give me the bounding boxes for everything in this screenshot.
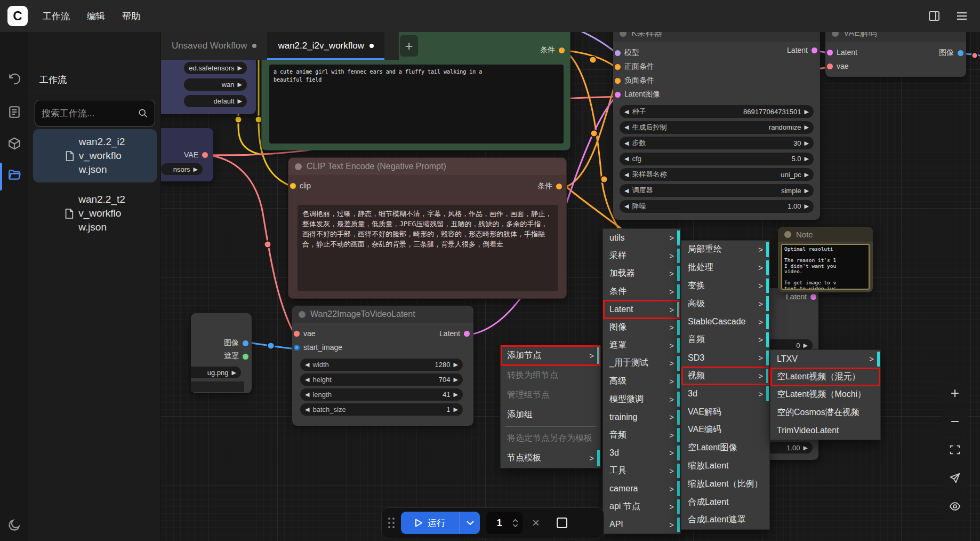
workflow-file-item[interactable]: wan2.2_t2v_workflow.json [33, 187, 157, 240]
latent-submenu-item[interactable]: 高级> [681, 295, 769, 313]
collapse-dot-icon[interactable] [295, 163, 302, 170]
comfyui-logo[interactable]: C [7, 6, 28, 26]
latent-submenu-item[interactable]: 变换> [681, 277, 769, 295]
latent-output-port[interactable]: Latent [787, 46, 817, 54]
category-submenu-item[interactable]: training> [603, 408, 680, 426]
arrow-right-icon[interactable]: ▶ [454, 362, 458, 368]
positive-prompt-text[interactable]: a cute anime girl with fennec ears and a… [269, 65, 564, 144]
arrow-right-icon[interactable]: ▶ [194, 166, 198, 172]
latent-submenu-item[interactable]: 3d> [681, 385, 769, 403]
latent-output-port[interactable]: Latent [439, 329, 470, 338]
arrow-right-icon[interactable]: ▶ [805, 172, 809, 178]
mask-output-port[interactable]: 遮罩 [224, 352, 248, 361]
latent-submenu-item[interactable]: 合成Latent遮罩 [681, 511, 769, 529]
image-port-dot[interactable] [958, 50, 963, 56]
context-menu-item[interactable]: 添加节点> [501, 346, 600, 365]
clear-queue-button[interactable]: × [529, 516, 543, 529]
arrow-right-icon[interactable]: ▶ [454, 407, 458, 412]
category-submenu-item[interactable]: 音频> [603, 426, 680, 444]
workflow-search-input[interactable]: 搜索工作流... [35, 100, 155, 126]
mask-port-dot[interactable] [243, 354, 248, 360]
vae-input-port[interactable]: vae [294, 329, 316, 338]
category-submenu-item[interactable]: utils> [603, 229, 680, 247]
note-text[interactable]: Optimal resoluti The reason it's 1 I did… [781, 244, 870, 290]
video-submenu-item[interactable]: 空Latent视频（Mochi） [770, 386, 880, 404]
arrow-right-icon[interactable]: ▶ [238, 98, 242, 104]
步数-widget[interactable]: ◀步数30▶ [620, 137, 814, 149]
vae-loader-widget[interactable]: nsors▶ [161, 163, 203, 175]
image-port-dot[interactable] [294, 345, 300, 351]
arrow-right-icon[interactable]: ▶ [805, 140, 809, 146]
category-submenu-item[interactable]: 工具> [603, 462, 680, 480]
loader-widget[interactable]: wan▶ [184, 78, 247, 91]
latent-submenu-item[interactable]: VAE解码 [681, 403, 769, 421]
start-image-input-port[interactable]: start_image [294, 343, 342, 352]
arrow-right-icon[interactable]: ▶ [804, 445, 808, 451]
workflows-folder-icon[interactable] [7, 168, 21, 182]
arrow-left-icon[interactable]: ◀ [624, 188, 629, 194]
workflow-tab[interactable]: Unsaved Workflow [161, 32, 267, 60]
workflow-file-item[interactable]: wan2.2_i2v_workflow.json [33, 129, 157, 182]
new-tab-button[interactable]: + [400, 35, 418, 57]
种子-widget[interactable]: ◀种子869177064731501▶ [620, 105, 814, 118]
arrow-right-icon[interactable]: ▶ [454, 377, 458, 383]
生成后控制-widget[interactable]: ◀生成后控制randomize▶ [620, 121, 814, 134]
stop-button[interactable] [557, 518, 567, 528]
cfg-widget[interactable]: ◀cfg5.0▶ [620, 153, 814, 165]
category-submenu-item[interactable]: API> [603, 516, 680, 534]
context-menu-item[interactable]: 将选定节点另存为模板 [501, 428, 600, 448]
category-submenu-item[interactable]: 采样> [603, 247, 680, 265]
image-filename-widget[interactable]: ug.png▶ [191, 367, 241, 378]
chevron-up-icon[interactable] [512, 519, 518, 522]
arrow-left-icon[interactable]: ◀ [305, 392, 309, 397]
image-upload-box[interactable] [191, 381, 244, 392]
model-input-port[interactable]: 模型 [615, 48, 639, 58]
theme-toggle-moon-icon[interactable] [7, 518, 21, 532]
chevron-down-icon[interactable] [512, 524, 518, 527]
arrow-left-icon[interactable]: ◀ [305, 377, 309, 383]
latent-port-dot[interactable] [812, 47, 817, 53]
hamburger-menu-icon[interactable] [955, 10, 968, 22]
ksampler-node[interactable]: K采样器 模型 正面条件 负面条件 Latent图像 Latent ◀种子869… [613, 25, 820, 220]
category-submenu-item[interactable]: 加载器> [603, 265, 680, 283]
context-menu-item[interactable]: 转换为组节点 [501, 365, 600, 385]
context-menu-item[interactable]: 节点模板> [501, 448, 600, 468]
positive-cond-input-port[interactable]: 正面条件 [615, 62, 654, 71]
arrow-left-icon[interactable]: ◀ [624, 172, 629, 178]
category-submenu-item[interactable]: Latent> [603, 300, 680, 319]
vae-port-dot[interactable] [827, 63, 833, 69]
wan22-image-to-video-latent-node[interactable]: Wan22ImageToVideoLatent vae Latent start… [292, 306, 473, 426]
arrow-right-icon[interactable]: ▶ [805, 124, 809, 130]
video-submenu-item[interactable]: TrimVideoLatent [770, 421, 880, 440]
降噪-widget[interactable]: ◀降噪1.00▶ [620, 200, 814, 213]
zoom-in-button[interactable]: + [942, 381, 968, 405]
category-submenu-item[interactable]: camera> [603, 480, 680, 498]
cond-port-dot[interactable] [556, 184, 562, 189]
latent-submenu-item[interactable]: 音频> [681, 331, 769, 349]
采样器名称-widget[interactable]: ◀采样器名称uni_pc▶ [620, 168, 814, 181]
width-widget[interactable]: ◀width1280▶ [300, 359, 463, 371]
menu-help[interactable]: 帮助 [114, 6, 149, 27]
arrow-left-icon[interactable]: ◀ [305, 362, 309, 368]
arrow-left-icon[interactable]: ◀ [624, 156, 629, 162]
arrow-right-icon[interactable]: ▶ [232, 370, 236, 376]
context-menu-item[interactable]: 添加组 [501, 405, 600, 425]
vae-input-port[interactable]: vae [827, 62, 849, 70]
latent-submenu-item[interactable]: StableCascade> [681, 313, 769, 331]
batch-count-stepper[interactable]: 1 [486, 512, 523, 534]
run-split-button[interactable]: 运行 [401, 512, 480, 534]
arrow-right-icon[interactable]: ▶ [805, 203, 809, 209]
menu-edit[interactable]: 编辑 [78, 6, 114, 27]
arrow-left-icon[interactable]: ◀ [624, 124, 629, 130]
collapse-dot-icon[interactable] [299, 311, 306, 318]
focus-mode-button[interactable] [942, 466, 968, 490]
batch_size-widget[interactable]: ◀batch_size1▶ [300, 403, 463, 416]
category-submenu-item[interactable]: 3d> [603, 444, 680, 462]
latent-submenu-item[interactable]: 缩放Latent（比例） [681, 475, 769, 493]
video-submenu-item[interactable]: 空的Cosmos潜在视频 [770, 404, 880, 422]
category-submenu-item[interactable]: 图像> [603, 319, 680, 337]
positive-cond-output-port[interactable]: 条件 [540, 45, 565, 55]
video-submenu-item[interactable]: LTXV> [770, 350, 880, 368]
category-submenu-item[interactable]: _用于测试> [603, 354, 680, 372]
negative-cond-input-port[interactable]: 负面条件 [615, 76, 654, 85]
